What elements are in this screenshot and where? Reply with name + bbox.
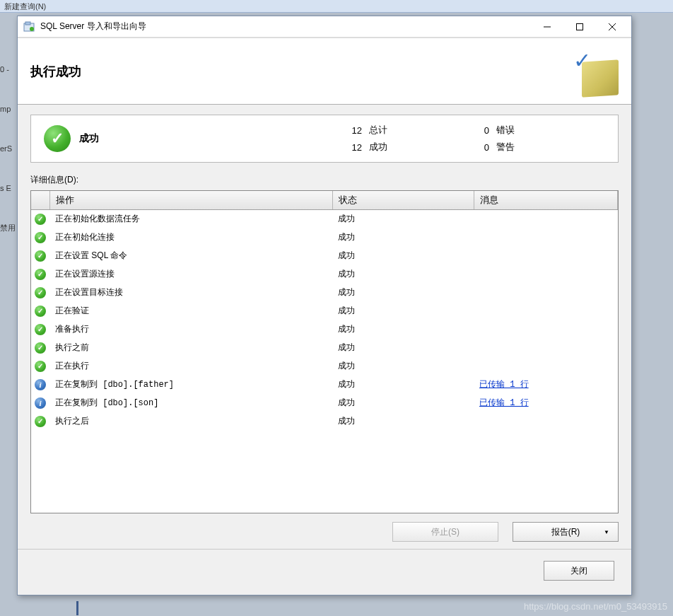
table-row[interactable]: ✓正在初始化连接成功: [31, 228, 618, 247]
details-label: 详细信息(D):: [30, 174, 619, 186]
svg-rect-1: [25, 22, 30, 25]
message-cell: [474, 302, 618, 320]
message-cell: [474, 265, 618, 284]
operation-cell: 正在初始化连接: [49, 228, 332, 247]
page-title: 执行成功: [30, 63, 562, 80]
maximize-button[interactable]: [563, 17, 596, 37]
table-row[interactable]: i正在复制到 [dbo].[son]成功已传输 1 行: [31, 394, 618, 412]
status-cell: 成功: [332, 210, 474, 228]
check-icon: ✓: [31, 210, 49, 228]
table-row[interactable]: ✓正在验证成功: [31, 302, 618, 320]
operation-cell: 执行之前: [49, 339, 332, 357]
operation-cell: 正在执行: [49, 357, 332, 376]
status-cell: 成功: [332, 228, 474, 247]
background-line: [76, 601, 78, 615]
status-cell: 成功: [332, 320, 474, 339]
warn-label: 警告: [496, 141, 553, 153]
status-cell: 成功: [332, 247, 474, 265]
summary-stats: 12 总计 0 错误 12 成功 0 警告: [334, 124, 605, 153]
dropdown-arrow-icon: ▼: [604, 529, 609, 535]
operation-cell: 正在复制到 [dbo].[father]: [49, 376, 332, 394]
summary-status-label: 成功: [79, 132, 99, 145]
status-cell: 成功: [332, 265, 474, 284]
table-row[interactable]: ✓正在设置目标连接成功: [31, 284, 618, 302]
checkmark-icon: ✓: [573, 48, 591, 73]
background-left-fragment: 0 - mp erS s E 禁用: [0, 64, 16, 262]
message-link[interactable]: 已传输 1 行: [479, 398, 529, 408]
message-cell[interactable]: 已传输 1 行: [474, 394, 618, 412]
watermark: https://blog.csdn.net/m0_53493915: [524, 601, 667, 612]
check-icon: ✓: [31, 320, 49, 339]
app-icon: [23, 21, 35, 33]
operation-cell: 正在验证: [49, 302, 332, 320]
status-cell: 成功: [332, 376, 474, 394]
check-icon: ✓: [31, 339, 49, 357]
col-operation[interactable]: 操作: [49, 191, 332, 210]
success-icon: ✓: [44, 125, 71, 152]
operation-cell: 正在设置 SQL 命令: [49, 247, 332, 265]
message-cell: [474, 247, 618, 265]
col-message[interactable]: 消息: [474, 191, 618, 210]
status-cell: 成功: [332, 394, 474, 412]
minimize-button[interactable]: [531, 17, 563, 37]
operation-cell: 执行之后: [49, 412, 332, 431]
close-dialog-button[interactable]: 关闭: [544, 561, 614, 581]
table-row[interactable]: ✓正在执行成功: [31, 357, 618, 376]
message-cell: [474, 320, 618, 339]
check-icon: ✓: [31, 357, 49, 376]
message-cell: [474, 357, 618, 376]
button-row: 停止(S) 报告(R) ▼: [30, 522, 619, 542]
details-table: 操作 状态 消息 ✓正在初始化数据流任务成功✓正在初始化连接成功✓正在设置 SQ…: [31, 191, 618, 431]
background-toolbar-fragment: 新建查询(N): [0, 0, 673, 13]
message-cell[interactable]: 已传输 1 行: [474, 376, 618, 394]
col-icon[interactable]: [31, 191, 49, 210]
info-icon: i: [31, 376, 49, 394]
table-row[interactable]: ✓执行之后成功: [31, 412, 618, 431]
svg-point-2: [30, 27, 34, 31]
table-row[interactable]: ✓执行之前成功: [31, 339, 618, 357]
operation-cell: 准备执行: [49, 320, 332, 339]
details-table-wrap: 操作 状态 消息 ✓正在初始化数据流任务成功✓正在初始化连接成功✓正在设置 SQ…: [30, 190, 619, 513]
check-icon: ✓: [31, 412, 49, 431]
table-row[interactable]: i正在复制到 [dbo].[father]成功已传输 1 行: [31, 376, 618, 394]
check-icon: ✓: [31, 284, 49, 302]
table-row[interactable]: ✓正在设置源连接成功: [31, 265, 618, 284]
status-cell: 成功: [332, 302, 474, 320]
stop-button: 停止(S): [392, 522, 498, 542]
error-label: 错误: [496, 124, 553, 136]
table-body: ✓正在初始化数据流任务成功✓正在初始化连接成功✓正在设置 SQL 命令成功✓正在…: [31, 210, 618, 431]
status-cell: 成功: [332, 357, 474, 376]
message-cell: [474, 412, 618, 431]
operation-cell: 正在设置目标连接: [49, 284, 332, 302]
success-label: 成功: [369, 141, 454, 153]
total-count: 12: [334, 125, 362, 136]
close-button[interactable]: [596, 17, 628, 37]
message-cell: [474, 210, 618, 228]
check-icon: ✓: [31, 265, 49, 284]
message-cell: [474, 339, 618, 357]
message-link[interactable]: 已传输 1 行: [479, 380, 529, 390]
titlebar[interactable]: SQL Server 导入和导出向导: [18, 16, 631, 37]
wizard-dialog: SQL Server 导入和导出向导 执行成功 ✓ ✓ 成功 12 总计: [17, 16, 632, 595]
col-status[interactable]: 状态: [332, 191, 474, 210]
table-row[interactable]: ✓正在设置 SQL 命令成功: [31, 247, 618, 265]
header-graphic: ✓: [562, 47, 619, 96]
check-icon: ✓: [31, 228, 49, 247]
table-row[interactable]: ✓正在初始化数据流任务成功: [31, 210, 618, 228]
window-controls: [531, 17, 628, 37]
operation-cell: 正在设置源连接: [49, 265, 332, 284]
table-header-row: 操作 状态 消息: [31, 191, 618, 210]
report-button[interactable]: 报告(R) ▼: [513, 522, 619, 542]
svg-rect-4: [577, 23, 583, 30]
message-cell: [474, 228, 618, 247]
dialog-body: ✓ 成功 12 总计 0 错误 12 成功 0 警告 详细信息(D):: [18, 105, 631, 549]
message-cell: [474, 284, 618, 302]
table-row[interactable]: ✓准备执行成功: [31, 320, 618, 339]
operation-cell: 正在复制到 [dbo].[son]: [49, 394, 332, 412]
window-title: SQL Server 导入和导出向导: [40, 21, 531, 33]
error-count: 0: [461, 125, 489, 136]
dialog-footer: 关闭: [18, 549, 631, 595]
header-section: 执行成功 ✓: [18, 37, 631, 105]
operation-cell: 正在初始化数据流任务: [49, 210, 332, 228]
success-count: 12: [334, 142, 362, 153]
